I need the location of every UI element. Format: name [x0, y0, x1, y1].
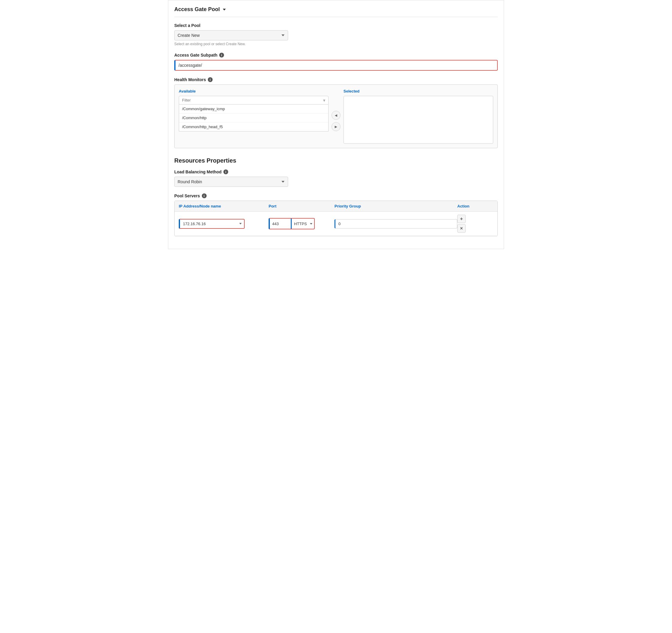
load-balancing-dropdown[interactable]: Round Robin [174, 177, 288, 187]
access-gate-subpath-group: Access Gate Subpath i [174, 53, 498, 71]
select-pool-hint: Select an existing pool or select Create… [174, 42, 498, 46]
pool-servers-group: Pool Servers i IP Address/Node name Port… [174, 193, 498, 236]
access-gate-subpath-input[interactable] [174, 60, 498, 71]
health-monitors-label-text: Health Monitors [174, 77, 206, 82]
ip-select-wrapper: 172.16.76.16 [179, 219, 245, 229]
priority-input[interactable] [335, 219, 457, 228]
pool-servers-box: IP Address/Node name Port Priority Group… [174, 201, 498, 236]
list-item[interactable]: /Common/http_head_f5 [179, 122, 328, 131]
health-monitors-label: Health Monitors i [174, 77, 498, 82]
table-row: 172.16.76.16 HTTPS [174, 212, 498, 236]
monitor-list-wrapper: /Common/gateway_icmp /Common/http /Commo… [179, 104, 329, 131]
health-monitors-info-icon: i [208, 77, 213, 82]
section-title-text: Access Gate Pool [174, 6, 220, 13]
selected-box [343, 96, 493, 144]
ip-select[interactable]: 172.16.76.16 [180, 219, 244, 228]
protocol-select[interactable]: HTTPS [292, 219, 314, 228]
resources-section: Resources Properties Load Balancing Meth… [174, 157, 498, 236]
port-cell: HTTPS [269, 218, 335, 229]
section-title-chevron[interactable] [223, 9, 226, 10]
load-balancing-label-text: Load Balancing Method [174, 169, 222, 174]
available-panel: Available ▼ /Common/gateway_icmp /Common… [179, 89, 329, 131]
health-monitors-box: Available ▼ /Common/gateway_icmp /Common… [174, 84, 498, 148]
load-balancing-wrapper: Round Robin [174, 177, 288, 187]
load-balancing-info-icon: i [223, 169, 228, 174]
page-container: Access Gate Pool Select a Pool Create Ne… [168, 0, 504, 249]
pool-servers-info-icon: i [202, 193, 207, 198]
section-title: Access Gate Pool [174, 6, 498, 17]
select-pool-dropdown[interactable]: Create New [174, 30, 288, 41]
load-balancing-label: Load Balancing Method i [174, 169, 498, 174]
access-gate-subpath-label-text: Access Gate Subpath [174, 53, 217, 57]
ip-cell: 172.16.76.16 [179, 219, 269, 229]
load-balancing-group: Load Balancing Method i Round Robin [174, 169, 498, 187]
pool-servers-label: Pool Servers i [174, 193, 498, 198]
action-buttons: + × [457, 215, 466, 233]
action-cell: + × [457, 215, 493, 233]
pool-servers-label-text: Pool Servers [174, 193, 200, 198]
list-item[interactable]: /Common/gateway_icmp [179, 104, 328, 114]
remove-row-button[interactable]: × [457, 224, 466, 233]
port-group: HTTPS [269, 218, 315, 229]
monitor-filter-input[interactable] [179, 96, 329, 104]
selected-panel-title: Selected [343, 89, 493, 93]
column-header-ip: IP Address/Node name [179, 204, 269, 209]
list-item[interactable]: /Common/http [179, 114, 328, 122]
column-header-action: Action [457, 204, 493, 209]
port-input[interactable] [270, 219, 291, 228]
available-panel-title: Available [179, 89, 329, 93]
health-monitors-group: Health Monitors i Available ▼ /Common/ga… [174, 77, 498, 148]
pool-servers-header: IP Address/Node name Port Priority Group… [174, 201, 498, 212]
select-pool-wrapper: Create New [174, 30, 288, 41]
access-gate-subpath-label: Access Gate Subpath i [174, 53, 498, 57]
access-gate-subpath-info-icon: i [219, 53, 224, 57]
monitor-list[interactable]: /Common/gateway_icmp /Common/http /Commo… [179, 104, 329, 131]
column-header-port: Port [269, 204, 335, 209]
monitors-layout: Available ▼ /Common/gateway_icmp /Common… [179, 89, 493, 144]
select-pool-group: Select a Pool Create New Select an exist… [174, 23, 498, 46]
select-pool-label-text: Select a Pool [174, 23, 200, 28]
resources-title: Resources Properties [174, 157, 498, 164]
transfer-buttons: ◄ ► [332, 111, 340, 131]
selected-panel: Selected [343, 89, 493, 144]
priority-cell [335, 219, 457, 228]
port-protocol-wrapper: HTTPS [292, 219, 314, 228]
add-row-button[interactable]: + [457, 215, 466, 223]
column-header-priority: Priority Group [335, 204, 457, 209]
select-pool-label: Select a Pool [174, 23, 498, 28]
transfer-right-button[interactable]: ► [332, 122, 340, 131]
filter-wrapper: ▼ [179, 96, 329, 104]
transfer-left-button[interactable]: ◄ [332, 111, 340, 120]
